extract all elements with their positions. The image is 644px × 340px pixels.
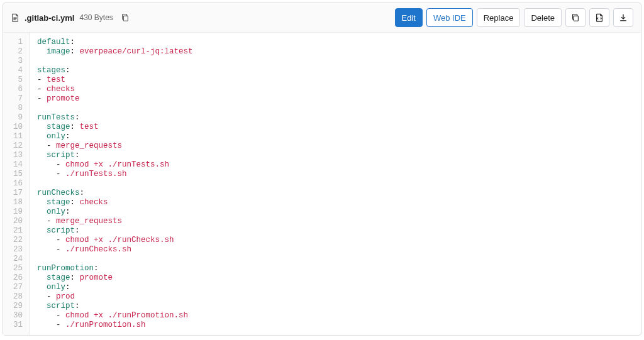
- code-line: script:: [37, 226, 193, 236]
- line-number[interactable]: 18: [3, 198, 29, 207]
- line-number[interactable]: 10: [3, 123, 29, 132]
- code-line: runChecks:: [37, 189, 193, 198]
- file-name: .gitlab-ci.yml: [25, 13, 74, 23]
- file-panel: .gitlab-ci.yml 430 Bytes Edit Web IDE Re…: [3, 3, 641, 336]
- line-number[interactable]: 7: [3, 94, 29, 104]
- line-number[interactable]: 25: [3, 264, 29, 273]
- line-number[interactable]: 17: [3, 189, 29, 198]
- code-line: [37, 104, 193, 113]
- code-line: [37, 57, 193, 66]
- code-line: stages:: [37, 66, 193, 75]
- copy-contents-button[interactable]: [565, 8, 586, 27]
- line-number[interactable]: 4: [3, 66, 29, 75]
- line-number[interactable]: 22: [3, 236, 29, 245]
- line-number[interactable]: 24: [3, 255, 29, 264]
- line-number[interactable]: 27: [3, 283, 29, 292]
- file-header-left: .gitlab-ci.yml 430 Bytes: [11, 11, 132, 25]
- code-line: - chmod +x ./runTests.sh: [37, 160, 193, 170]
- line-number[interactable]: 15: [3, 170, 29, 179]
- code-line: runTests:: [37, 113, 193, 123]
- code-line: script:: [37, 302, 193, 311]
- svg-rect-3: [123, 16, 128, 21]
- code-line: - ./runTests.sh: [37, 170, 193, 179]
- code-line: stage: checks: [37, 198, 193, 207]
- line-number[interactable]: 8: [3, 104, 29, 113]
- line-number[interactable]: 29: [3, 302, 29, 311]
- line-number[interactable]: 6: [3, 85, 29, 94]
- svg-rect-4: [574, 16, 578, 21]
- copy-path-button[interactable]: [118, 11, 132, 25]
- line-number[interactable]: 2: [3, 47, 29, 57]
- edit-button[interactable]: Edit: [395, 8, 423, 27]
- code-line: - test: [37, 75, 193, 85]
- code-line: default:: [37, 38, 193, 47]
- line-number[interactable]: 19: [3, 207, 29, 217]
- download-button[interactable]: [613, 8, 633, 27]
- web-ide-button[interactable]: Web IDE: [426, 8, 473, 27]
- line-number[interactable]: 28: [3, 292, 29, 302]
- code-line: only:: [37, 283, 193, 292]
- code-line: - ./runPromotion.sh: [37, 321, 193, 330]
- line-number[interactable]: 20: [3, 217, 29, 226]
- code-line: - merge_requests: [37, 217, 193, 226]
- code-line: image: everpeace/curl-jq:latest: [37, 47, 193, 57]
- line-number[interactable]: 21: [3, 226, 29, 236]
- code-viewer: 1234567891011121314151617181920212223242…: [3, 33, 641, 335]
- code-line: - ./runChecks.sh: [37, 245, 193, 255]
- code-line: script:: [37, 151, 193, 160]
- line-number[interactable]: 16: [3, 179, 29, 189]
- code-line: only:: [37, 207, 193, 217]
- delete-button[interactable]: Delete: [524, 8, 562, 27]
- file-header-right: Edit Web IDE Replace Delete: [395, 8, 633, 27]
- code-line: [37, 179, 193, 189]
- line-number[interactable]: 1: [3, 38, 29, 47]
- code-line: - merge_requests: [37, 141, 193, 151]
- code-line: - promote: [37, 94, 193, 104]
- code-line: - prod: [37, 292, 193, 302]
- line-number[interactable]: 31: [3, 321, 29, 330]
- code-line: stage: test: [37, 123, 193, 132]
- file-size: 430 Bytes: [79, 13, 113, 22]
- line-number[interactable]: 5: [3, 75, 29, 85]
- code-line: [37, 255, 193, 264]
- line-number[interactable]: 14: [3, 160, 29, 170]
- line-number[interactable]: 12: [3, 141, 29, 151]
- line-number[interactable]: 9: [3, 113, 29, 123]
- code-line: runPromotion:: [37, 264, 193, 273]
- raw-button[interactable]: [589, 8, 609, 27]
- line-number[interactable]: 13: [3, 151, 29, 160]
- code-line: - chmod +x ./runPromotion.sh: [37, 311, 193, 321]
- file-header: .gitlab-ci.yml 430 Bytes Edit Web IDE Re…: [3, 3, 641, 33]
- replace-button[interactable]: Replace: [477, 8, 521, 27]
- code-line: - checks: [37, 85, 193, 94]
- line-numbers-gutter: 1234567891011121314151617181920212223242…: [3, 33, 30, 335]
- code-content[interactable]: default: image: everpeace/curl-jq:latest…: [30, 33, 201, 335]
- code-line: only:: [37, 132, 193, 141]
- line-number[interactable]: 3: [3, 57, 29, 66]
- code-line: stage: promote: [37, 273, 193, 283]
- file-icon: [11, 13, 19, 22]
- line-number[interactable]: 26: [3, 273, 29, 283]
- line-number[interactable]: 11: [3, 132, 29, 141]
- code-line: - chmod +x ./runChecks.sh: [37, 236, 193, 245]
- line-number[interactable]: 23: [3, 245, 29, 255]
- line-number[interactable]: 30: [3, 311, 29, 321]
